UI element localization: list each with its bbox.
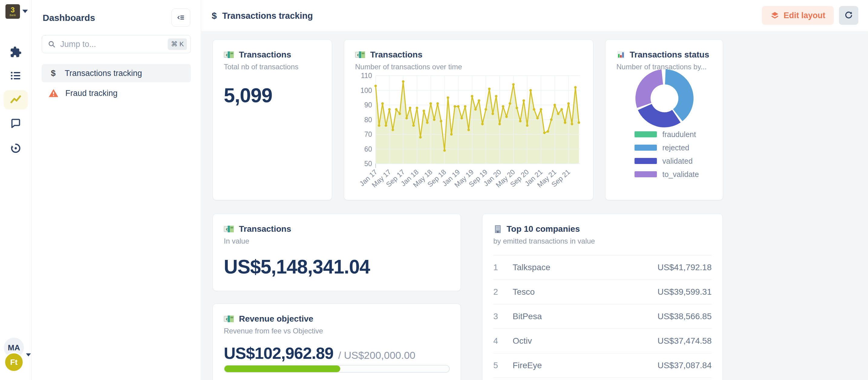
banknote-icon: €00	[224, 225, 235, 233]
barchart-icon	[616, 50, 625, 59]
workspace-initials: Ft	[10, 358, 18, 367]
svg-text:€: €	[226, 53, 228, 57]
sidebar-title: Dashboards	[43, 13, 95, 23]
svg-text:€: €	[226, 317, 228, 321]
search-input[interactable]: Jump to... ⌘ K	[42, 35, 191, 53]
svg-text:00: 00	[362, 52, 365, 55]
search-icon	[48, 40, 56, 49]
legend-item-validated[interactable]: validated	[634, 157, 699, 164]
company-name: BitPesa	[513, 312, 657, 321]
card-subtitle: Total nb of transactions	[224, 63, 321, 71]
collapse-icon	[176, 13, 185, 22]
dashboard-page: 3 Bank MA Ft	[0, 0, 868, 380]
refresh-button[interactable]	[839, 6, 858, 25]
icon-rail: 3 Bank MA Ft	[0, 0, 31, 380]
puzzle-icon[interactable]	[8, 45, 23, 59]
analytics-icon[interactable]	[8, 93, 23, 107]
company-value: US$37,474.58	[657, 336, 712, 346]
companies-table: 1TalkspaceUS$41,792.182TescoUS$39,599.31…	[493, 255, 712, 380]
banknote-icon: €00	[355, 51, 366, 59]
card-subtitle: Number of transactions over time	[355, 63, 582, 71]
legend-swatch	[634, 158, 657, 164]
svg-text:€: €	[357, 53, 359, 57]
legend-label: rejected	[662, 143, 689, 152]
dashboard-dollar-icon: $	[212, 10, 217, 21]
revenue-progress-fill	[224, 366, 340, 372]
collapse-sidebar-button[interactable]	[172, 8, 190, 27]
company-name: FireEye	[513, 361, 657, 370]
card-top-companies: Top 10 companies by emitted transactions…	[482, 213, 723, 380]
svg-text:80: 80	[364, 116, 372, 124]
workspace-avatar[interactable]: Ft	[4, 352, 24, 372]
card-transactions-status: Transactions status Number of transactio…	[605, 39, 723, 200]
breadcrumb: $ Transactions tracking	[212, 0, 313, 31]
page-title: Transactions tracking	[222, 11, 313, 21]
table-row: 3BitPesaUS$38,566.85	[493, 304, 712, 329]
list-icon[interactable]	[8, 68, 23, 83]
sidebar-item-fraud-tracking[interactable]: Fraud tracking	[42, 84, 191, 102]
search-shortcut-badge: ⌘ K	[168, 38, 187, 50]
logo-text: 3	[10, 6, 14, 13]
legend-item-rejected[interactable]: rejected	[634, 144, 699, 151]
history-icon[interactable]	[8, 141, 23, 155]
legend-item-to_validate[interactable]: to_validate	[634, 171, 699, 178]
banknote-icon: €00	[224, 51, 235, 59]
sidebar: Dashboards Jump to... ⌘ K $ Transactions…	[32, 0, 201, 380]
svg-text:€: €	[226, 228, 228, 231]
kpi-value: 5,099	[224, 84, 321, 107]
sidebar-item-transactions-tracking[interactable]: $ Transactions tracking	[42, 64, 191, 82]
svg-text:50: 50	[364, 160, 372, 168]
svg-text:00: 00	[230, 316, 233, 319]
company-name: Talkspace	[513, 263, 657, 272]
company-value: US$38,566.85	[657, 312, 712, 321]
legend-swatch	[634, 171, 657, 177]
card-revenue-objective: €00 Revenue objective Revenue from fee v…	[213, 303, 461, 380]
svg-text:00: 00	[230, 226, 233, 229]
company-rank: 3	[493, 312, 513, 321]
user-initials: MA	[8, 343, 20, 352]
table-row: 4OctivUS$37,474.58	[493, 329, 712, 353]
workspace-switcher-caret-icon[interactable]	[22, 10, 28, 13]
kpi-value: US$5,148,341.04	[224, 256, 450, 278]
edit-layout-label: Edit layout	[784, 11, 825, 20]
card-title: Transactions	[370, 50, 423, 60]
company-rank: 2	[493, 287, 513, 297]
svg-text:70: 70	[364, 130, 372, 138]
svg-text:90: 90	[364, 101, 372, 109]
warning-icon	[49, 88, 59, 98]
company-name: Tesco	[513, 287, 657, 297]
svg-text:100: 100	[361, 87, 372, 94]
donut-legend: fraudulentrejectedvalidatedto_validate	[634, 131, 699, 184]
legend-swatch	[634, 145, 657, 151]
main-header: $ Transactions tracking Edit layout	[202, 0, 868, 31]
table-row-partial	[493, 378, 712, 380]
refresh-icon	[844, 10, 854, 20]
company-value: US$39,599.31	[657, 287, 712, 297]
company-rank: 1	[493, 263, 513, 272]
dollar-icon: $	[49, 68, 58, 78]
legend-label: to_validate	[662, 170, 699, 179]
svg-text:60: 60	[364, 145, 372, 153]
legend-item-fraudulent[interactable]: fraudulent	[634, 131, 699, 138]
card-title: Revenue objective	[239, 314, 313, 324]
search-placeholder: Jump to...	[60, 40, 168, 49]
company-value: US$37,087.84	[657, 361, 712, 370]
legend-swatch	[634, 131, 657, 137]
user-menu-caret-icon[interactable]	[26, 353, 31, 356]
card-subtitle: In value	[224, 237, 450, 245]
chat-icon[interactable]	[8, 116, 23, 131]
card-title: Transactions status	[630, 50, 709, 60]
legend-label: fraudulent	[662, 130, 696, 139]
card-subtitle: by emitted transactions in value	[493, 237, 712, 245]
card-transactions-over-time: 5060708090100110Jan 17May 17Sep 17Jan 18…	[344, 39, 593, 200]
company-value: US$41,792.18	[657, 263, 712, 272]
logo-subtext: Bank	[10, 13, 16, 17]
card-title: Top 10 companies	[506, 224, 580, 234]
revenue-progress-bar	[224, 365, 450, 373]
card-subtitle: Revenue from fee vs Objective	[224, 327, 450, 335]
edit-layout-button[interactable]: Edit layout	[762, 6, 834, 25]
workspace-logo[interactable]: 3 Bank	[5, 4, 20, 19]
revenue-target: / US$200,000.00	[338, 349, 415, 361]
table-row: 1TalkspaceUS$41,792.18	[493, 255, 712, 280]
svg-text:00: 00	[230, 52, 233, 55]
